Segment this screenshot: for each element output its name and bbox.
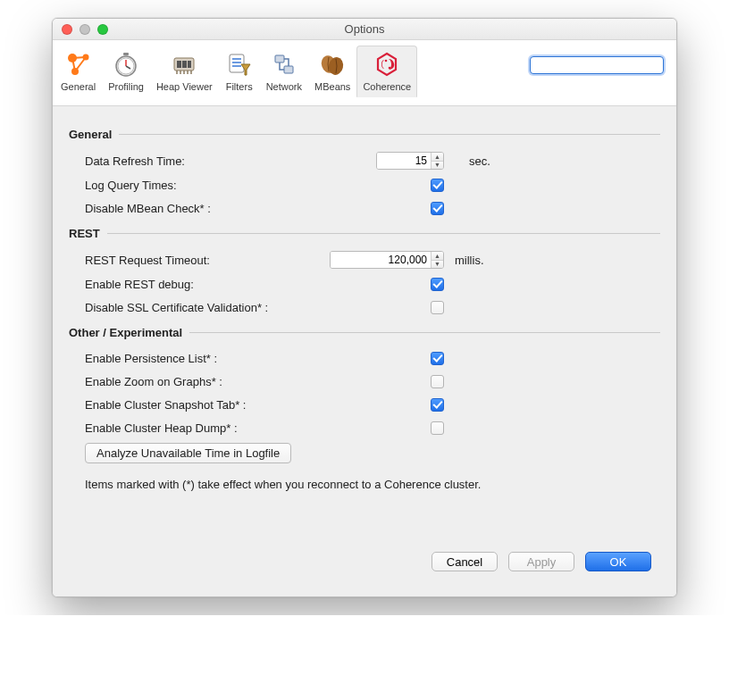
disable-ssl-checkbox[interactable] xyxy=(431,301,444,314)
disable-mbean-label: Disable MBean Check* : xyxy=(69,202,319,215)
beans-icon xyxy=(318,50,347,79)
rest-debug-checkbox[interactable] xyxy=(431,278,444,291)
tab-profiling[interactable]: Profiling xyxy=(102,46,150,97)
svg-rect-5 xyxy=(123,53,129,55)
rest-timeout-unit: millis. xyxy=(444,254,484,267)
log-query-checkbox[interactable] xyxy=(431,179,444,192)
minimize-icon[interactable] xyxy=(80,24,90,35)
memory-chip-icon xyxy=(170,50,198,79)
disable-ssl-label: Disable SSL Certificate Validation* : xyxy=(69,301,319,314)
search-input-wrapper[interactable] xyxy=(530,56,664,74)
tab-label: Network xyxy=(266,81,302,92)
svg-rect-10 xyxy=(182,61,187,68)
content-area: General Data Refresh Time: ▲ ▼ sec. Log … xyxy=(53,106,676,596)
section-general: General xyxy=(69,128,660,141)
persistence-label: Enable Persistence List* : xyxy=(69,352,319,365)
svg-point-26 xyxy=(389,67,391,70)
rest-debug-label: Enable REST debug: xyxy=(69,278,319,291)
svg-rect-17 xyxy=(230,54,244,72)
heapdump-checkbox[interactable] xyxy=(431,421,444,435)
tab-label: General xyxy=(61,81,96,92)
svg-rect-9 xyxy=(177,61,181,68)
tab-network[interactable]: Network xyxy=(260,46,308,97)
network-icon xyxy=(270,50,298,79)
rest-timeout-label: REST Request Timeout: xyxy=(69,254,319,267)
rest-timeout-input[interactable] xyxy=(331,252,431,268)
svg-rect-22 xyxy=(284,66,293,73)
refresh-time-unit: sec. xyxy=(444,154,490,168)
maximize-icon[interactable] xyxy=(97,24,108,35)
section-title: General xyxy=(69,128,112,141)
svg-rect-21 xyxy=(275,55,284,62)
tab-label: Profiling xyxy=(108,81,144,92)
spinner-up-icon[interactable]: ▲ xyxy=(432,153,443,162)
apply-button[interactable]: Apply xyxy=(508,552,574,571)
window-title: Options xyxy=(53,22,676,36)
section-other: Other / Experimental xyxy=(69,326,660,339)
stopwatch-icon xyxy=(112,50,140,79)
spinner-up-icon[interactable]: ▲ xyxy=(432,252,443,261)
persistence-checkbox[interactable] xyxy=(431,352,444,365)
analyze-logfile-button[interactable]: Analyze Unavailable Time in Logfile xyxy=(85,443,291,463)
refresh-time-input[interactable] xyxy=(377,153,431,169)
svg-rect-11 xyxy=(188,61,191,68)
coherence-icon xyxy=(373,50,401,79)
footnote-text: Items marked with (*) take effect when y… xyxy=(69,471,660,491)
section-rest: REST xyxy=(69,227,660,240)
refresh-time-spinner[interactable]: ▲ ▼ xyxy=(376,152,444,170)
titlebar: Options xyxy=(53,19,676,40)
heapdump-label: Enable Cluster Heap Dump* : xyxy=(69,421,319,435)
refresh-time-label: Data Refresh Time: xyxy=(69,154,319,168)
tab-label: Heap Viewer xyxy=(156,81,213,92)
general-icon xyxy=(64,50,93,79)
log-query-label: Log Query Times: xyxy=(69,179,319,192)
spinner-down-icon[interactable]: ▼ xyxy=(432,162,443,170)
section-title: REST xyxy=(69,227,100,240)
snapshot-checkbox[interactable] xyxy=(431,398,444,412)
close-icon[interactable] xyxy=(62,24,72,35)
disable-mbean-checkbox[interactable] xyxy=(431,202,444,215)
options-window: Options General Profiling Heap Viewer xyxy=(52,18,677,597)
zoom-label: Enable Zoom on Graphs* : xyxy=(69,375,319,388)
svg-point-25 xyxy=(385,60,388,62)
rest-timeout-spinner[interactable]: ▲ ▼ xyxy=(330,251,444,269)
tab-coherence[interactable]: Coherence xyxy=(356,46,417,97)
tab-label: Filters xyxy=(226,81,253,92)
dialog-footer: Cancel Apply OK xyxy=(69,491,660,582)
search-input[interactable] xyxy=(537,59,671,71)
tab-label: Coherence xyxy=(363,81,411,92)
tab-heap-viewer[interactable]: Heap Viewer xyxy=(150,46,219,97)
tab-label: MBeans xyxy=(314,81,350,92)
cancel-button[interactable]: Cancel xyxy=(432,552,498,571)
tab-general[interactable]: General xyxy=(54,46,102,97)
section-title: Other / Experimental xyxy=(69,326,182,339)
zoom-checkbox[interactable] xyxy=(431,375,444,388)
tab-mbeans[interactable]: MBeans xyxy=(308,46,356,97)
tab-filters[interactable]: Filters xyxy=(219,46,260,97)
snapshot-label: Enable Cluster Snapshot Tab* : xyxy=(69,398,319,412)
filters-icon xyxy=(225,50,254,79)
ok-button[interactable]: OK xyxy=(585,552,651,571)
spinner-down-icon[interactable]: ▼ xyxy=(432,261,443,269)
window-controls xyxy=(53,24,108,35)
toolbar: General Profiling Heap Viewer Filters xyxy=(53,40,676,106)
